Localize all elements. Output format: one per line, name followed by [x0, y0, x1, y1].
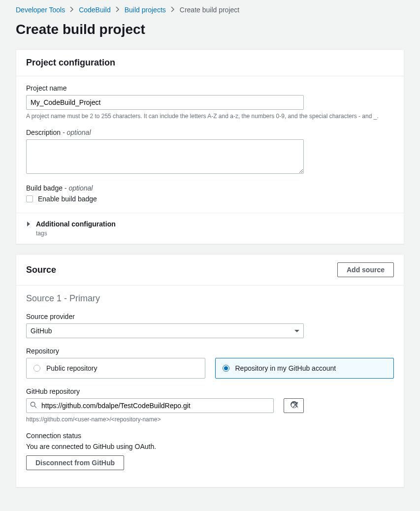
radio-icon: [33, 365, 40, 372]
connection-status-text: You are connected to GitHub using OAuth.: [26, 443, 394, 450]
enable-build-badge-label: Enable build badge: [38, 195, 97, 203]
chevron-right-icon: [70, 6, 74, 14]
enable-build-badge-checkbox[interactable]: [26, 195, 33, 202]
breadcrumb-current: Create build project: [180, 6, 239, 14]
github-repository-hint: https://github.com/<user-name>/<reposito…: [26, 416, 394, 423]
chevron-right-icon: [116, 6, 120, 14]
github-repository-label: GitHub repository: [26, 387, 394, 395]
source-panel: Source Add source Source 1 - Primary Sou…: [16, 254, 404, 487]
public-repository-label: Public repository: [46, 364, 97, 372]
caret-right-icon: [26, 220, 31, 228]
additional-config-subtitle: tags: [36, 230, 394, 237]
breadcrumb: Developer Tools CodeBuild Build projects…: [0, 6, 420, 22]
page-title: Create build project: [0, 22, 420, 49]
project-name-label: Project name: [26, 84, 394, 92]
svg-line-1: [34, 406, 36, 408]
project-configuration-panel: Project configuration Project name A pro…: [16, 49, 404, 244]
build-badge-label: Build badge - optional: [26, 184, 394, 192]
radio-icon: [223, 365, 229, 372]
repository-label: Repository: [26, 347, 394, 355]
clear-icon[interactable]: [292, 402, 299, 410]
svg-point-0: [31, 402, 35, 407]
additional-configuration-expander[interactable]: Additional configuration tags: [16, 213, 404, 244]
github-account-repository-label: Repository in my GitHub account: [235, 364, 336, 372]
project-name-input[interactable]: [26, 95, 304, 110]
project-name-hint: A project name must be 2 to 255 characte…: [26, 113, 394, 120]
source-provider-select[interactable]: GitHub: [26, 323, 304, 338]
source-subtitle: Source 1 - Primary: [26, 293, 394, 304]
additional-config-title: Additional configuration: [36, 220, 116, 228]
description-label: Description - optional: [26, 128, 394, 136]
github-repository-input[interactable]: [26, 398, 274, 413]
description-textarea[interactable]: [26, 139, 304, 174]
public-repository-radio[interactable]: Public repository: [26, 358, 205, 379]
project-config-title: Project configuration: [26, 58, 115, 68]
search-icon: [30, 402, 37, 410]
breadcrumb-build-projects[interactable]: Build projects: [125, 6, 166, 14]
source-provider-label: Source provider: [26, 313, 394, 320]
github-account-repository-radio[interactable]: Repository in my GitHub account: [215, 358, 394, 379]
breadcrumb-codebuild[interactable]: CodeBuild: [79, 6, 111, 14]
add-source-button[interactable]: Add source: [337, 262, 394, 277]
breadcrumb-developer-tools[interactable]: Developer Tools: [16, 6, 65, 14]
source-title: Source: [26, 265, 56, 275]
chevron-right-icon: [171, 6, 175, 14]
connection-status-label: Connection status: [26, 432, 394, 440]
disconnect-github-button[interactable]: Disconnect from GitHub: [26, 455, 124, 470]
